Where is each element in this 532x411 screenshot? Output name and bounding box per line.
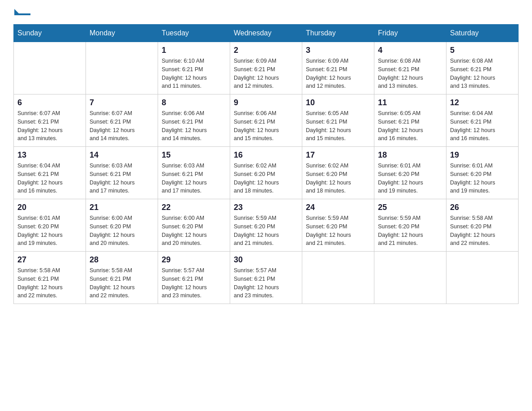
day-number: 11	[378, 98, 442, 107]
calendar-cell: 24Sunrise: 5:59 AMSunset: 6:20 PMDayligh…	[302, 199, 374, 252]
calendar-cell	[14, 42, 86, 94]
header-monday: Monday	[86, 25, 158, 42]
calendar-cell	[302, 252, 374, 304]
day-number: 15	[162, 150, 226, 160]
day-number: 29	[162, 255, 226, 265]
header-saturday: Saturday	[446, 25, 519, 42]
day-number: 6	[17, 98, 82, 107]
logo-blue-bar	[14, 13, 30, 15]
calendar-cell	[374, 252, 446, 304]
day-info: Sunrise: 6:04 AMSunset: 6:21 PMDaylight:…	[450, 109, 515, 143]
day-info: Sunrise: 6:06 AMSunset: 6:21 PMDaylight:…	[162, 109, 226, 143]
day-number: 19	[450, 150, 515, 160]
header-tuesday: Tuesday	[158, 25, 230, 42]
week-row-4: 20Sunrise: 6:01 AMSunset: 6:20 PMDayligh…	[14, 199, 519, 252]
day-info: Sunrise: 5:57 AMSunset: 6:21 PMDaylight:…	[162, 266, 226, 300]
calendar-cell: 2Sunrise: 6:09 AMSunset: 6:21 PMDaylight…	[230, 42, 302, 94]
day-info: Sunrise: 5:58 AMSunset: 6:21 PMDaylight:…	[90, 266, 154, 300]
page-header	[13, 9, 519, 15]
day-info: Sunrise: 6:04 AMSunset: 6:21 PMDaylight:…	[17, 162, 82, 195]
calendar-cell: 13Sunrise: 6:04 AMSunset: 6:21 PMDayligh…	[14, 147, 86, 199]
calendar-cell: 1Sunrise: 6:10 AMSunset: 6:21 PMDaylight…	[158, 42, 230, 94]
weekday-header-row: Sunday Monday Tuesday Wednesday Thursday…	[14, 25, 519, 42]
day-info: Sunrise: 6:03 AMSunset: 6:21 PMDaylight:…	[162, 162, 226, 195]
day-number: 24	[306, 203, 370, 212]
day-info: Sunrise: 6:09 AMSunset: 6:21 PMDaylight:…	[306, 57, 370, 90]
day-info: Sunrise: 6:08 AMSunset: 6:21 PMDaylight:…	[378, 57, 442, 90]
day-info: Sunrise: 5:59 AMSunset: 6:20 PMDaylight:…	[378, 214, 442, 248]
calendar-cell: 20Sunrise: 6:01 AMSunset: 6:20 PMDayligh…	[14, 199, 86, 252]
week-row-2: 6Sunrise: 6:07 AMSunset: 6:21 PMDaylight…	[14, 94, 519, 147]
day-info: Sunrise: 6:00 AMSunset: 6:20 PMDaylight:…	[90, 214, 154, 248]
day-info: Sunrise: 6:02 AMSunset: 6:20 PMDaylight:…	[306, 162, 370, 195]
calendar-cell: 12Sunrise: 6:04 AMSunset: 6:21 PMDayligh…	[446, 94, 519, 147]
day-info: Sunrise: 6:07 AMSunset: 6:21 PMDaylight:…	[17, 109, 82, 143]
calendar-cell: 26Sunrise: 5:58 AMSunset: 6:20 PMDayligh…	[446, 199, 519, 252]
week-row-1: 1Sunrise: 6:10 AMSunset: 6:21 PMDaylight…	[14, 42, 519, 94]
header-thursday: Thursday	[302, 25, 374, 42]
calendar-cell: 6Sunrise: 6:07 AMSunset: 6:21 PMDaylight…	[14, 94, 86, 147]
header-sunday: Sunday	[14, 25, 86, 42]
day-info: Sunrise: 6:09 AMSunset: 6:21 PMDaylight:…	[234, 57, 298, 90]
calendar-cell	[446, 252, 519, 304]
logo	[13, 9, 32, 15]
day-number: 17	[306, 150, 370, 160]
calendar-cell: 22Sunrise: 6:00 AMSunset: 6:20 PMDayligh…	[158, 199, 230, 252]
day-info: Sunrise: 5:58 AMSunset: 6:20 PMDaylight:…	[450, 214, 515, 248]
day-number: 3	[306, 46, 370, 55]
day-info: Sunrise: 6:05 AMSunset: 6:21 PMDaylight:…	[306, 109, 370, 143]
day-number: 10	[306, 98, 370, 107]
day-number: 30	[234, 255, 298, 265]
day-number: 23	[234, 203, 298, 212]
day-info: Sunrise: 6:10 AMSunset: 6:21 PMDaylight:…	[162, 57, 226, 90]
day-number: 9	[234, 98, 298, 107]
calendar-cell: 10Sunrise: 6:05 AMSunset: 6:21 PMDayligh…	[302, 94, 374, 147]
day-info: Sunrise: 6:01 AMSunset: 6:20 PMDaylight:…	[450, 162, 515, 195]
week-row-3: 13Sunrise: 6:04 AMSunset: 6:21 PMDayligh…	[14, 147, 519, 199]
calendar-cell: 25Sunrise: 5:59 AMSunset: 6:20 PMDayligh…	[374, 199, 446, 252]
day-number: 28	[90, 255, 154, 265]
day-number: 1	[162, 46, 226, 55]
calendar-table: Sunday Monday Tuesday Wednesday Thursday…	[13, 24, 519, 304]
day-info: Sunrise: 6:03 AMSunset: 6:21 PMDaylight:…	[90, 162, 154, 195]
day-info: Sunrise: 6:08 AMSunset: 6:21 PMDaylight:…	[450, 57, 515, 90]
calendar-cell: 16Sunrise: 6:02 AMSunset: 6:20 PMDayligh…	[230, 147, 302, 199]
day-number: 14	[90, 150, 154, 160]
day-number: 7	[90, 98, 154, 107]
calendar-cell: 18Sunrise: 6:01 AMSunset: 6:20 PMDayligh…	[374, 147, 446, 199]
week-row-5: 27Sunrise: 5:58 AMSunset: 6:21 PMDayligh…	[14, 252, 519, 304]
header-wednesday: Wednesday	[230, 25, 302, 42]
calendar-cell: 27Sunrise: 5:58 AMSunset: 6:21 PMDayligh…	[14, 252, 86, 304]
calendar-cell: 19Sunrise: 6:01 AMSunset: 6:20 PMDayligh…	[446, 147, 519, 199]
day-number: 25	[378, 203, 442, 212]
calendar-cell: 30Sunrise: 5:57 AMSunset: 6:21 PMDayligh…	[230, 252, 302, 304]
calendar-cell: 7Sunrise: 6:07 AMSunset: 6:21 PMDaylight…	[86, 94, 158, 147]
calendar-cell: 8Sunrise: 6:06 AMSunset: 6:21 PMDaylight…	[158, 94, 230, 147]
day-info: Sunrise: 6:01 AMSunset: 6:20 PMDaylight:…	[17, 214, 82, 248]
day-info: Sunrise: 6:05 AMSunset: 6:21 PMDaylight:…	[378, 109, 442, 143]
calendar-cell: 9Sunrise: 6:06 AMSunset: 6:21 PMDaylight…	[230, 94, 302, 147]
day-number: 2	[234, 46, 298, 55]
day-number: 18	[378, 150, 442, 160]
day-number: 13	[17, 150, 82, 160]
day-info: Sunrise: 5:59 AMSunset: 6:20 PMDaylight:…	[234, 214, 298, 248]
day-info: Sunrise: 6:07 AMSunset: 6:21 PMDaylight:…	[90, 109, 154, 143]
calendar-cell	[86, 42, 158, 94]
calendar-cell: 15Sunrise: 6:03 AMSunset: 6:21 PMDayligh…	[158, 147, 230, 199]
day-number: 21	[90, 203, 154, 212]
day-number: 27	[17, 255, 82, 265]
day-number: 5	[450, 46, 515, 55]
day-number: 8	[162, 98, 226, 107]
day-info: Sunrise: 5:57 AMSunset: 6:21 PMDaylight:…	[234, 266, 298, 300]
day-number: 4	[378, 46, 442, 55]
calendar-cell: 28Sunrise: 5:58 AMSunset: 6:21 PMDayligh…	[86, 252, 158, 304]
calendar-cell: 4Sunrise: 6:08 AMSunset: 6:21 PMDaylight…	[374, 42, 446, 94]
day-info: Sunrise: 6:02 AMSunset: 6:20 PMDaylight:…	[234, 162, 298, 195]
day-number: 26	[450, 203, 515, 212]
calendar-cell: 5Sunrise: 6:08 AMSunset: 6:21 PMDaylight…	[446, 42, 519, 94]
day-info: Sunrise: 5:59 AMSunset: 6:20 PMDaylight:…	[306, 214, 370, 248]
header-friday: Friday	[374, 25, 446, 42]
calendar-cell: 29Sunrise: 5:57 AMSunset: 6:21 PMDayligh…	[158, 252, 230, 304]
day-number: 12	[450, 98, 515, 107]
day-info: Sunrise: 6:00 AMSunset: 6:20 PMDaylight:…	[162, 214, 226, 248]
